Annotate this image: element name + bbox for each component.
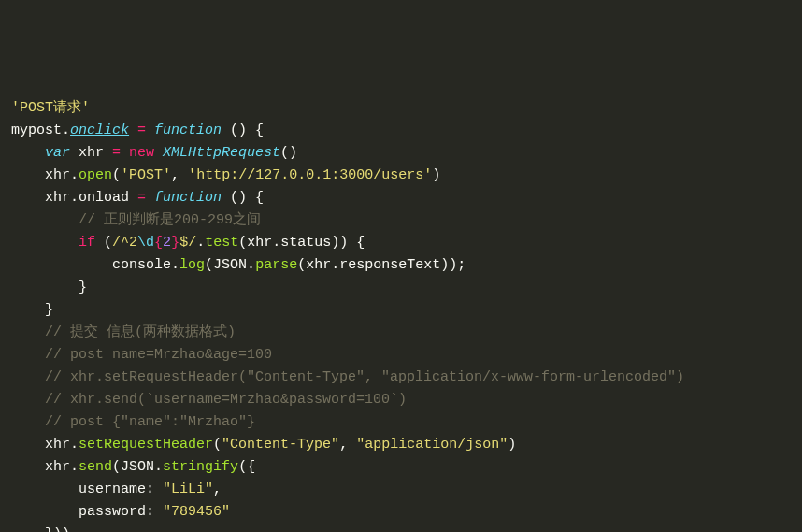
comment: // xhr.setRequestHeader("Content-Type", … [11,369,684,385]
string-literal: 'POST请求' [11,100,90,116]
new-keyword: new [121,145,154,161]
method-open: open [79,167,112,183]
code-line: 'POST请求' [11,97,791,120]
comment: // post name=Mrzhao&age=100 [11,347,272,363]
code-line: password: "789456" [11,501,791,524]
identifier: mypost [11,122,62,138]
code-line: xhr.open('POST', 'http://127.0.0.1:3000/… [11,165,791,187]
if-keyword: if [79,235,95,251]
code-editor[interactable]: 'POST请求'mypost.onclick = function () { v… [11,97,791,532]
onclick-property: onclick [70,122,129,138]
function-keyword: function [154,122,222,138]
code-line: xhr.onload = function () { [11,187,791,209]
url-string: http://127.0.0.1:3000/users [196,167,423,183]
class-name: XMLHttpRequest [154,145,280,161]
code-line: })) [11,524,791,532]
comment: // post {"name":"Mrzhao"} [11,414,255,430]
comment: // 提交 信息(两种数据格式) [11,324,236,340]
code-line: var xhr = new XMLHttpRequest() [11,142,791,165]
code-line: username: "LiLi", [11,479,791,501]
code-line: } [11,277,791,299]
code-line: if (/^2\d{2}$/.test(xhr.status)) { [11,232,791,254]
code-line: // 提交 信息(两种数据格式) [11,322,791,344]
var-keyword: var [45,145,70,161]
code-line: // 正则判断是200-299之间 [11,209,791,232]
code-line: // post {"name":"Mrzhao"} [11,411,791,434]
code-line: xhr.send(JSON.stringify({ [11,456,791,479]
method-send: send [79,459,112,475]
code-line: } [11,299,791,322]
code-line: // xhr.setRequestHeader("Content-Type", … [11,367,791,389]
comment: // xhr.send(`username=Mrzhao&password=10… [11,392,407,408]
comment: // 正则判断是200-299之间 [11,212,261,228]
method-setrequestheader: setRequestHeader [79,437,213,453]
code-line: mypost.onclick = function () { [11,120,791,142]
code-line: // xhr.send(`username=Mrzhao&password=10… [11,389,791,411]
code-line: console.log(JSON.parse(xhr.responseText)… [11,254,791,277]
code-line: // post name=Mrzhao&age=100 [11,344,791,367]
code-line: xhr.setRequestHeader("Content-Type", "ap… [11,434,791,456]
